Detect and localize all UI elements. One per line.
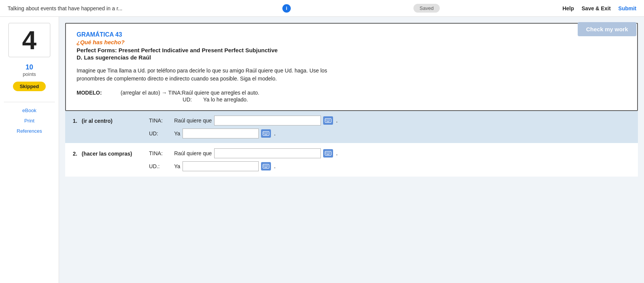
svg-rect-28 [329, 153, 330, 154]
modelo-label: MODELO: [77, 90, 115, 96]
exercise-2-tina-row: TINA: Raúl quiere que [149, 148, 630, 158]
svg-rect-24 [329, 152, 330, 153]
modelo-tina-row: Raúl quiere que arregles el auto. [182, 90, 259, 96]
exercise-1-text: (ir al centro) [82, 118, 112, 124]
svg-rect-9 [326, 121, 329, 122]
modelo-ud-text: Ya lo he arreglado. [203, 96, 248, 103]
exercise-1-ud-prefix: Ya [174, 130, 180, 137]
exercise-2-ud-input[interactable] [183, 161, 259, 171]
svg-rect-35 [264, 166, 264, 167]
svg-rect-36 [265, 166, 266, 167]
exercise-2-ud-label: UD.: [149, 163, 172, 169]
skipped-badge: Skipped [13, 82, 46, 91]
save-exit-link[interactable]: Save & Exit [582, 5, 610, 11]
header-title: Talking about events that have happened … [8, 5, 279, 11]
grammar-subtitle: ¿Qué has hecho? [77, 39, 626, 45]
modelo-tina-text: Raúl quiere que arregles el auto. [182, 90, 259, 96]
svg-rect-1 [326, 119, 327, 120]
svg-rect-6 [327, 121, 328, 121]
header: Talking about events that have happened … [0, 0, 644, 17]
svg-rect-22 [327, 152, 328, 153]
exercise-1-ud-label: UD: [149, 130, 172, 137]
svg-rect-25 [326, 153, 327, 154]
points-section: 10 points [23, 63, 36, 77]
svg-rect-12 [265, 132, 266, 133]
exercise-1-tina-row: TINA: Raúl quiere que [149, 116, 630, 125]
grammar-instructions: Imagine que Tina llama a Ud. por teléfon… [77, 67, 626, 83]
svg-rect-17 [266, 133, 267, 134]
svg-rect-4 [329, 119, 330, 120]
keyboard-icon-1a[interactable] [323, 116, 333, 125]
exercise-2-ud-prefix: Ya [174, 163, 180, 169]
sidebar: 4 10 points Skipped eBook Print Referenc… [0, 17, 59, 283]
keyboard-icon-2b[interactable] [261, 162, 271, 170]
svg-rect-32 [265, 165, 266, 166]
exercise-2-tina-input[interactable] [214, 148, 321, 158]
svg-rect-14 [267, 132, 268, 133]
svg-rect-13 [266, 132, 267, 133]
main-layout: 4 10 points Skipped eBook Print Referenc… [0, 17, 644, 283]
svg-rect-34 [267, 165, 268, 166]
exercise-1-tina-input[interactable] [214, 116, 321, 125]
exercise-1-ud-input[interactable] [183, 129, 259, 138]
svg-rect-39 [264, 167, 268, 167]
info-icon[interactable]: i [282, 4, 291, 13]
grammar-title: Perfect Forms: Present Perfect Indicativ… [77, 47, 626, 53]
exercise-1-tina-dot: . [336, 117, 338, 124]
svg-rect-7 [328, 121, 329, 121]
points-label: points [23, 71, 36, 77]
exercise-1-tina-prefix: Raúl quiere que [174, 117, 212, 124]
svg-rect-3 [328, 119, 329, 120]
svg-rect-29 [326, 154, 329, 154]
svg-rect-38 [267, 166, 268, 167]
exercise-inner-2: 2. (hacer las compras) TINA: Raúl quiere… [73, 148, 630, 171]
modelo-ud-label: UD: [182, 96, 201, 103]
exercise-1-number: 1. [73, 118, 77, 124]
exercise-1-tina-label: TINA: [149, 117, 172, 124]
modelo-content: Raúl quiere que arregles el auto. UD: Ya… [182, 90, 259, 103]
exercise-2-text: (hacer las compras) [82, 151, 132, 157]
svg-rect-37 [266, 166, 267, 167]
print-link[interactable]: Print [4, 116, 55, 126]
check-my-work-button[interactable]: Check my work [578, 22, 636, 36]
exercise-1-ud-row: UD: Ya [149, 129, 630, 138]
keyboard-icon-1b[interactable] [261, 129, 271, 138]
header-actions: Help Save & Exit Submit [562, 5, 636, 11]
keyboard-icon-2a[interactable] [323, 149, 333, 158]
svg-rect-26 [327, 153, 328, 154]
svg-rect-2 [327, 119, 328, 120]
exercise-1-inputs: TINA: Raúl quiere que [149, 116, 630, 138]
svg-rect-15 [264, 133, 264, 134]
svg-rect-19 [264, 134, 268, 135]
svg-rect-16 [265, 133, 266, 134]
svg-rect-27 [328, 153, 329, 154]
exercise-row-1: 1. (ir al centro) TINA: Raúl quiere que [65, 111, 638, 144]
ebook-link[interactable]: eBook [4, 105, 55, 116]
svg-rect-8 [329, 121, 330, 121]
exercise-area: 1. (ir al centro) TINA: Raúl quiere que [65, 111, 638, 177]
submit-link[interactable]: Submit [618, 5, 636, 11]
exercise-2-prompt: 2. (hacer las compras) [73, 148, 149, 157]
exercise-2-tina-prefix: Raúl quiere que [174, 150, 212, 156]
exercise-1-prompt: 1. (ir al centro) [73, 116, 149, 124]
svg-rect-31 [264, 165, 264, 166]
exercise-1-ud-dot: . [274, 130, 276, 137]
points-value: 10 [23, 63, 36, 71]
modelo-ud-row: UD: Ya lo he arreglado. [182, 96, 259, 103]
sidebar-divider [4, 102, 55, 102]
modelo-arrow: (arreglar el auto) → TINA: [115, 90, 182, 96]
grammar-label: GRAMÁTICA 43 [77, 31, 626, 38]
exercise-2-tina-label: TINA: [149, 150, 172, 156]
svg-rect-11 [264, 132, 264, 133]
exercise-2-ud-dot: . [274, 163, 276, 170]
help-link[interactable]: Help [562, 5, 574, 11]
saved-badge: Saved [413, 4, 440, 13]
references-link[interactable]: References [4, 126, 55, 136]
svg-rect-21 [326, 152, 327, 153]
exercise-inner-1: 1. (ir al centro) TINA: Raúl quiere que [73, 116, 630, 138]
exercise-2-tina-dot: . [336, 150, 338, 157]
content-area: Check my work GRAMÁTICA 43 ¿Qué has hech… [59, 17, 644, 283]
exercise-2-ud-row: UD.: Ya [149, 161, 630, 171]
question-number-box: 4 [8, 23, 50, 57]
exercise-2-inputs: TINA: Raúl quiere que [149, 148, 630, 171]
